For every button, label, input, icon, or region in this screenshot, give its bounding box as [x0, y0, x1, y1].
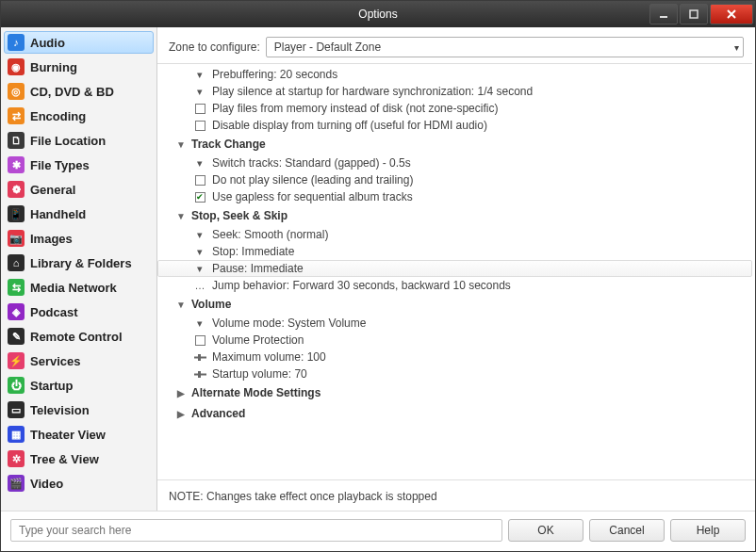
setting-label: Disable display from turning off (useful…: [212, 119, 487, 132]
group-header[interactable]: ▼Track Change: [157, 134, 752, 154]
group-title: Volume: [191, 298, 231, 311]
sidebar-item-cd-dvd-bd[interactable]: ◎CD, DVD & BD: [4, 80, 154, 103]
sidebar-item-audio[interactable]: ♪Audio: [4, 31, 154, 54]
sidebar-item-label: Remote Control: [30, 330, 123, 344]
setting-row[interactable]: ▾Pause: Immediate: [157, 260, 752, 277]
main-row: ♪Audio◉Burning◎CD, DVD & BD⇄Encoding🗋Fil…: [1, 27, 755, 511]
sidebar-item-television[interactable]: ▭Television: [4, 398, 154, 421]
checkbox-icon: [195, 104, 205, 114]
setting-label: Play silence at startup for hardware syn…: [212, 85, 533, 98]
window-controls: [649, 4, 755, 24]
setting-row[interactable]: ▾Switch tracks: Standard (gapped) - 0.5s: [157, 154, 752, 171]
sidebar-item-label: Podcast: [30, 305, 78, 319]
maximize-button[interactable]: [680, 4, 708, 24]
sidebar-item-file-location[interactable]: 🗋File Location: [4, 129, 154, 152]
sidebar-icon: ❁: [8, 181, 25, 198]
sidebar-item-label: Library & Folders: [30, 256, 132, 270]
setting-row[interactable]: ▾Prebuffering: 20 seconds: [157, 66, 752, 83]
setting-row[interactable]: ▾Seek: Smooth (normal): [157, 226, 752, 243]
sidebar-item-general[interactable]: ❁General: [4, 178, 154, 201]
setting-row[interactable]: ✔Use gapless for sequential album tracks: [157, 188, 752, 205]
setting-row[interactable]: ▾Stop: Immediate: [157, 243, 752, 260]
group-header[interactable]: ▶Alternate Mode Settings: [157, 382, 752, 403]
content-area: ♪Audio◉Burning◎CD, DVD & BD⇄Encoding🗋Fil…: [1, 27, 755, 551]
chevron-right-icon: ▶: [176, 388, 186, 398]
setting-row[interactable]: ▾Play silence at startup for hardware sy…: [157, 83, 752, 100]
setting-label: Use gapless for sequential album tracks: [212, 190, 413, 203]
setting-label: Play files from memory instead of disk (…: [212, 102, 498, 115]
sidebar-item-tree-view[interactable]: ✲Tree & View: [4, 447, 154, 470]
sidebar-icon: ▭: [8, 401, 25, 418]
search-input[interactable]: [10, 519, 502, 542]
sidebar-item-podcast[interactable]: ◈Podcast: [4, 300, 154, 323]
group-header[interactable]: ▶Advanced: [157, 403, 752, 424]
sidebar-icon: ♪: [8, 34, 25, 51]
sidebar-item-file-types[interactable]: ✱File Types: [4, 154, 154, 176]
sidebar-item-startup[interactable]: ⏻Startup: [4, 374, 154, 397]
slider-icon: [193, 370, 206, 379]
sidebar-item-encoding[interactable]: ⇄Encoding: [4, 105, 154, 127]
sidebar-item-handheld[interactable]: 📱Handheld: [4, 203, 154, 225]
chevron-down-icon: ▾: [193, 69, 206, 81]
sidebar-item-remote-control[interactable]: ✎Remote Control: [4, 325, 154, 348]
setting-row[interactable]: Play files from memory instead of disk (…: [157, 100, 752, 117]
settings-list[interactable]: ▾Prebuffering: 20 seconds▾Play silence a…: [157, 63, 752, 479]
group-header[interactable]: ▼Volume: [157, 294, 752, 315]
setting-row[interactable]: Disable display from turning off (useful…: [157, 117, 752, 134]
group-header[interactable]: ▼Stop, Seek & Skip: [157, 205, 752, 226]
zone-select[interactable]: Player - Default Zone ▾: [266, 37, 744, 57]
sidebar-item-label: Theater View: [30, 428, 106, 442]
footer: OK Cancel Help: [1, 511, 755, 551]
sidebar-icon: ◈: [8, 303, 25, 320]
sidebar-icon: ⌂: [8, 254, 25, 271]
sidebar-item-burning[interactable]: ◉Burning: [4, 56, 154, 78]
chevron-down-icon: ▾: [193, 317, 206, 330]
setting-row[interactable]: Startup volume: 70: [157, 365, 752, 382]
sidebar-item-services[interactable]: ⚡Services: [4, 349, 154, 372]
sidebar-item-label: Services: [30, 354, 81, 368]
sidebar-item-media-network[interactable]: ⇆Media Network: [4, 276, 154, 299]
zone-label: Zone to configure:: [169, 41, 260, 54]
svg-rect-5: [198, 371, 201, 378]
setting-row[interactable]: Do not play silence (leading and trailin…: [157, 171, 752, 188]
sidebar-item-label: Audio: [30, 36, 65, 50]
chevron-down-icon: ▾: [193, 157, 206, 170]
setting-label: Stop: Immediate: [212, 245, 294, 258]
sidebar-item-label: Media Network: [30, 281, 117, 295]
help-button[interactable]: Help: [670, 519, 746, 542]
sidebar-item-label: Startup: [30, 379, 74, 393]
svg-rect-0: [660, 16, 667, 18]
sidebar-icon: ⚡: [8, 352, 25, 369]
setting-row[interactable]: ▾Volume mode: System Volume: [157, 315, 752, 332]
ok-button[interactable]: OK: [508, 519, 583, 542]
svg-rect-3: [198, 354, 201, 361]
sidebar-item-label: Burning: [30, 60, 77, 74]
setting-label: Pause: Immediate: [212, 262, 304, 275]
close-icon: [726, 8, 737, 20]
group-title: Alternate Mode Settings: [191, 386, 320, 399]
sidebar-item-library-folders[interactable]: ⌂Library & Folders: [4, 252, 154, 274]
zone-selected-value: Player - Default Zone: [274, 41, 381, 54]
setting-label: Jump behavior: Forward 30 seconds, backw…: [212, 279, 511, 292]
note-text: NOTE: Changes take effect once playback …: [157, 479, 755, 511]
minimize-button[interactable]: [649, 4, 678, 24]
sidebar-item-label: Video: [30, 477, 63, 491]
chevron-down-icon: ▾: [193, 263, 206, 275]
setting-row[interactable]: Maximum volume: 100: [157, 349, 752, 365]
ellipsis-icon: …: [193, 280, 206, 291]
sidebar-icon: ⏻: [8, 377, 25, 394]
category-sidebar: ♪Audio◉Burning◎CD, DVD & BD⇄Encoding🗋Fil…: [1, 27, 157, 511]
sidebar-item-video[interactable]: 🎬Video: [4, 472, 154, 495]
sidebar-item-label: Images: [30, 232, 73, 246]
checkbox-glyph: [193, 175, 206, 186]
sidebar-item-theater-view[interactable]: ▦Theater View: [4, 423, 154, 446]
setting-row[interactable]: …Jump behavior: Forward 30 seconds, back…: [157, 277, 752, 294]
setting-label: Volume mode: System Volume: [212, 317, 366, 330]
chevron-down-icon: ▼: [176, 211, 186, 221]
setting-label: Startup volume: 70: [212, 367, 307, 381]
close-button[interactable]: [710, 4, 753, 24]
cancel-button[interactable]: Cancel: [589, 519, 665, 542]
sidebar-item-label: Encoding: [30, 109, 86, 123]
sidebar-item-images[interactable]: 📷Images: [4, 227, 154, 250]
setting-row[interactable]: Volume Protection: [157, 332, 752, 349]
